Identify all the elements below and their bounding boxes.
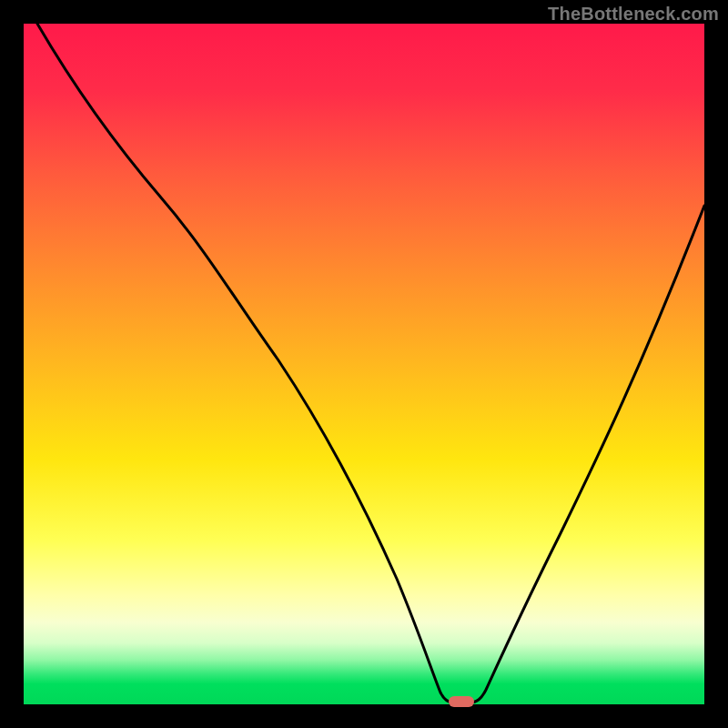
watermark-label: TheBottleneck.com xyxy=(548,4,719,25)
optimal-marker xyxy=(449,696,474,707)
bottleneck-curve xyxy=(24,24,704,704)
chart-frame: TheBottleneck.com xyxy=(0,0,728,728)
plot-area xyxy=(24,24,704,704)
curve-path xyxy=(37,24,704,703)
